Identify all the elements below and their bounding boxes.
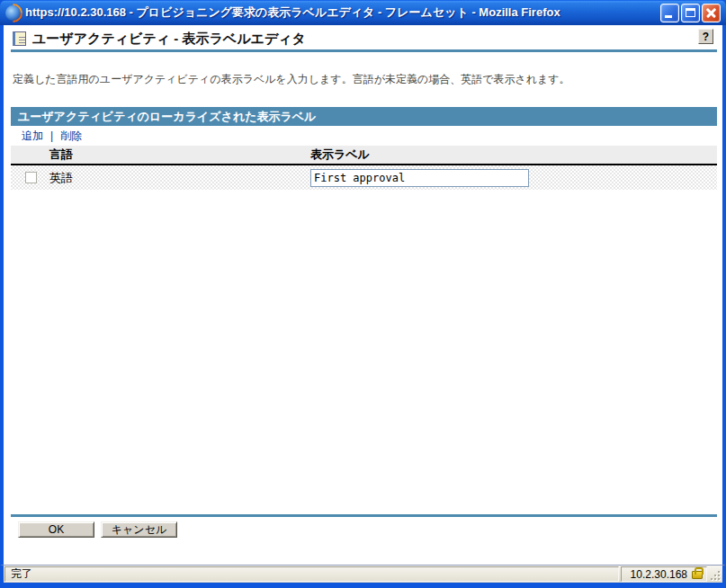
column-header-language: 言語 (11, 147, 73, 163)
page-description: 定義した言語用のユーザアクティビティの表示ラベルを入力します。言語が未定義の場合… (13, 72, 713, 87)
document-list-icon (13, 31, 26, 46)
window-controls (660, 4, 721, 22)
status-text: 完了 (4, 566, 619, 582)
minimize-icon (665, 15, 672, 18)
cancel-button[interactable]: キャンセル (101, 521, 177, 538)
resize-grip[interactable] (709, 566, 722, 582)
minimize-button[interactable] (660, 4, 679, 22)
maximize-button[interactable] (681, 4, 700, 22)
ok-button[interactable]: OK (18, 521, 94, 538)
window-titlebar: https://10.2.30.168 - プロビジョニング要求の表示ラベルエデ… (0, 0, 726, 25)
firefox-icon (5, 5, 21, 21)
maximize-icon (686, 8, 695, 17)
ssl-lock-icon[interactable] (692, 571, 703, 579)
action-separator: | (50, 129, 53, 142)
localized-labels-panel: ユーザアクティビティのローカライズされた表示ラベル 追加 | 削除 言語 表示ラ… (11, 107, 717, 190)
footer-buttons: OK キャンセル (18, 521, 177, 538)
table-row: 英語 (11, 165, 717, 190)
status-bar: 完了 10.2.30.168 (0, 565, 726, 583)
window-frame-bottom (0, 583, 726, 588)
delete-link[interactable]: 削除 (60, 129, 82, 144)
help-button[interactable]: ? (698, 29, 713, 44)
column-header-display-label: 表示ラベル (310, 147, 370, 163)
browser-window: https://10.2.30.168 - プロビジョニング要求の表示ラベルエデ… (0, 0, 726, 588)
page-content: ユーザアクティビティ - 表示ラベルエディタ ? 定義した言語用のユーザアクティ… (0, 25, 726, 565)
row-language-label: 英語 (49, 170, 73, 186)
page-header: ユーザアクティビティ - 表示ラベルエディタ (13, 30, 692, 48)
close-button[interactable] (702, 4, 721, 22)
host-panel: 10.2.30.168 (621, 566, 707, 582)
host-address: 10.2.30.168 (631, 568, 687, 581)
footer-divider (11, 514, 717, 517)
display-label-input[interactable] (310, 169, 529, 187)
table-header-row: 言語 表示ラベル (11, 146, 717, 165)
header-divider (11, 49, 717, 52)
panel-actions: 追加 | 削除 (11, 126, 717, 146)
add-link[interactable]: 追加 (22, 129, 43, 144)
window-title: https://10.2.30.168 - プロビジョニング要求の表示ラベルエデ… (25, 4, 660, 21)
page-title: ユーザアクティビティ - 表示ラベルエディタ (32, 31, 306, 48)
panel-header: ユーザアクティビティのローカライズされた表示ラベル (11, 107, 717, 126)
row-checkbox[interactable] (25, 172, 37, 183)
